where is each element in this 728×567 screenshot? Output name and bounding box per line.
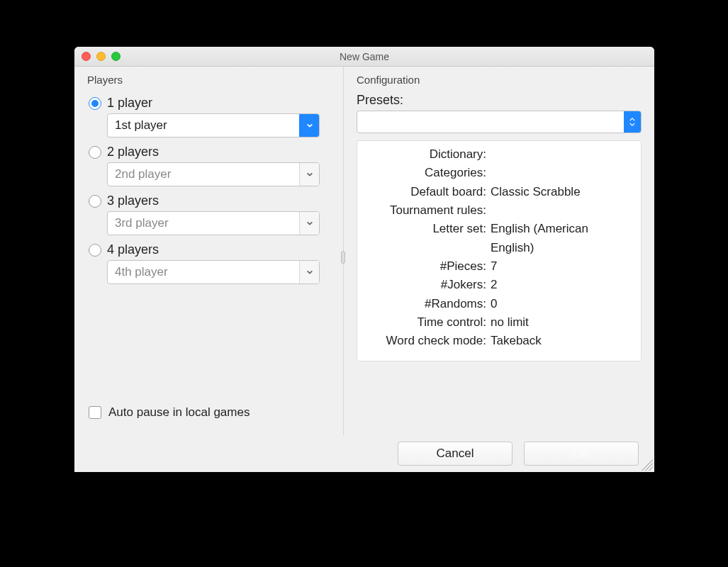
close-icon[interactable]	[82, 52, 91, 61]
player-option-2: 2 players 2nd player	[89, 145, 330, 186]
radio-3-players[interactable]	[89, 195, 101, 208]
players-section-label: Players	[87, 74, 330, 86]
radio-2-players[interactable]	[89, 146, 101, 159]
cfg-val-randoms: 0	[491, 295, 634, 313]
radio-2-players-label: 2 players	[107, 145, 159, 159]
presets-combo[interactable]	[357, 111, 642, 133]
cfg-key-randoms: #Randoms:	[364, 295, 491, 313]
radio-3-players-label: 3 players	[107, 193, 159, 208]
config-details: Dictionary: Categories: Default board:Cl…	[357, 140, 642, 361]
window-title: New Game	[340, 51, 389, 62]
cfg-key-pieces: #Pieces:	[364, 257, 491, 276]
chevron-down-icon	[299, 163, 319, 186]
cfg-val-pieces: 7	[491, 257, 634, 276]
zoom-icon[interactable]	[111, 52, 121, 61]
presets-label: Presets:	[357, 93, 642, 108]
radio-1-player-label: 1 player	[107, 96, 152, 111]
cfg-key-jokers: #Jokers:	[364, 276, 491, 294]
cfg-key-tournament-rules: Tournament rules:	[364, 201, 491, 220]
player-option-3: 3 players 3rd player	[89, 193, 330, 235]
titlebar: New Game	[74, 47, 654, 67]
combo-1st-player-text: 1st player	[108, 118, 299, 133]
dialog-button-bar: Cancel OK	[74, 435, 654, 472]
combo-4th-player-text: 4th player	[108, 265, 299, 279]
cfg-val-jokers: 2	[491, 276, 634, 294]
cfg-key-categories: Categories:	[364, 164, 491, 182]
cfg-key-dictionary: Dictionary:	[364, 145, 491, 164]
combo-2nd-player-text: 2nd player	[108, 167, 299, 181]
cfg-val-categories	[491, 164, 634, 182]
cfg-val-dictionary	[491, 145, 634, 164]
cfg-val-word-check: Takeback	[491, 332, 634, 350]
cfg-key-letter-set: Letter set:	[364, 220, 491, 257]
players-pane: Players 1 player 1st player 2 p	[74, 67, 344, 435]
combo-3rd-player[interactable]: 3rd player	[107, 211, 320, 235]
combo-2nd-player[interactable]: 2nd player	[107, 162, 320, 186]
auto-pause-checkbox[interactable]	[89, 406, 101, 419]
auto-pause-label: Auto pause in local games	[108, 405, 250, 420]
radio-1-player[interactable]	[89, 97, 101, 110]
new-game-dialog: New Game Players 1 player 1st player	[74, 47, 654, 472]
player-option-1: 1 player 1st player	[89, 96, 330, 137]
chevron-down-icon	[299, 212, 319, 235]
minimize-icon[interactable]	[96, 52, 106, 61]
cancel-button[interactable]: Cancel	[398, 442, 513, 466]
configuration-section-label: Configuration	[357, 74, 642, 86]
player-option-4: 4 players 4th player	[89, 242, 330, 284]
cfg-val-default-board: Classic Scrabble	[491, 183, 634, 201]
chevron-down-icon	[299, 261, 319, 284]
combo-1st-player[interactable]: 1st player	[107, 113, 320, 137]
radio-4-players[interactable]	[89, 244, 101, 257]
cfg-key-word-check: Word check mode:	[364, 332, 491, 350]
ok-button[interactable]: OK	[524, 442, 639, 466]
combo-3rd-player-text: 3rd player	[108, 216, 299, 230]
window-controls	[82, 52, 121, 61]
combo-4th-player[interactable]: 4th player	[107, 260, 320, 284]
cfg-key-default-board: Default board:	[364, 183, 491, 201]
radio-4-players-label: 4 players	[107, 242, 159, 257]
cancel-button-label: Cancel	[437, 447, 474, 461]
stepper-icon	[624, 111, 641, 133]
chevron-down-icon	[299, 114, 319, 137]
resize-grip-icon[interactable]	[642, 459, 653, 471]
cfg-val-letter-set: English (American English)	[491, 220, 634, 257]
cfg-val-time-control: no limit	[491, 313, 634, 332]
cfg-key-time-control: Time control:	[364, 313, 491, 332]
cfg-val-tournament-rules	[491, 201, 634, 220]
configuration-pane: Configuration Presets: Dictionary: Categ…	[344, 67, 654, 435]
presets-combo-text	[357, 111, 624, 133]
ok-button-label: OK	[573, 447, 590, 461]
